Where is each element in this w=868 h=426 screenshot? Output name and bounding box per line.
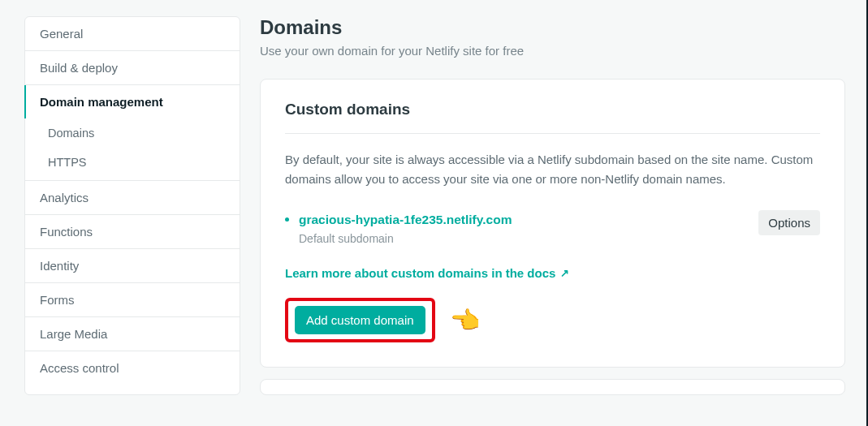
sidebar-item-functions[interactable]: Functions [25, 215, 240, 249]
settings-sidebar: General Build & deploy Domain management… [24, 16, 240, 395]
sidebar-subitem-domains[interactable]: Domains [25, 118, 240, 148]
sidebar-item-domain-management[interactable]: Domain management [25, 85, 240, 118]
domain-options-button[interactable]: Options [758, 210, 820, 235]
sidebar-item-access-control[interactable]: Access control [25, 351, 240, 385]
sidebar-item-forms[interactable]: Forms [25, 283, 240, 317]
page-subtitle: Use your own domain for your Netlify sit… [260, 44, 845, 58]
custom-domains-description: By default, your site is always accessib… [285, 150, 820, 189]
custom-domains-title: Custom domains [285, 101, 820, 134]
sidebar-item-identity[interactable]: Identity [25, 249, 240, 283]
add-custom-domain-button[interactable]: Add custom domain [295, 306, 425, 334]
main-content: Domains Use your own domain for your Net… [260, 16, 845, 395]
next-card-peek [260, 379, 845, 395]
sidebar-item-general[interactable]: General [25, 17, 240, 51]
pointing-hand-icon: 👈 [450, 308, 480, 333]
sidebar-item-build-deploy[interactable]: Build & deploy [25, 51, 240, 85]
external-arrow-icon: ↗ [560, 267, 569, 279]
domain-name-link[interactable]: gracious-hypatia-1fe235.netlify.com [299, 210, 512, 229]
learn-more-text: Learn more about custom domains in the d… [285, 266, 555, 280]
custom-domains-card: Custom domains By default, your site is … [260, 79, 845, 368]
domain-entry: gracious-hypatia-1fe235.netlify.com Defa… [285, 210, 820, 245]
tutorial-highlight-box: Add custom domain [285, 298, 435, 342]
sidebar-item-large-media[interactable]: Large Media [25, 317, 240, 351]
bullet-icon [285, 217, 289, 222]
sidebar-subitem-https[interactable]: HTTPS [25, 148, 240, 180]
page-title: Domains [260, 16, 845, 39]
sidebar-item-analytics[interactable]: Analytics [25, 181, 240, 215]
domain-meta-label: Default subdomain [299, 232, 512, 245]
learn-more-link[interactable]: Learn more about custom domains in the d… [285, 266, 569, 280]
